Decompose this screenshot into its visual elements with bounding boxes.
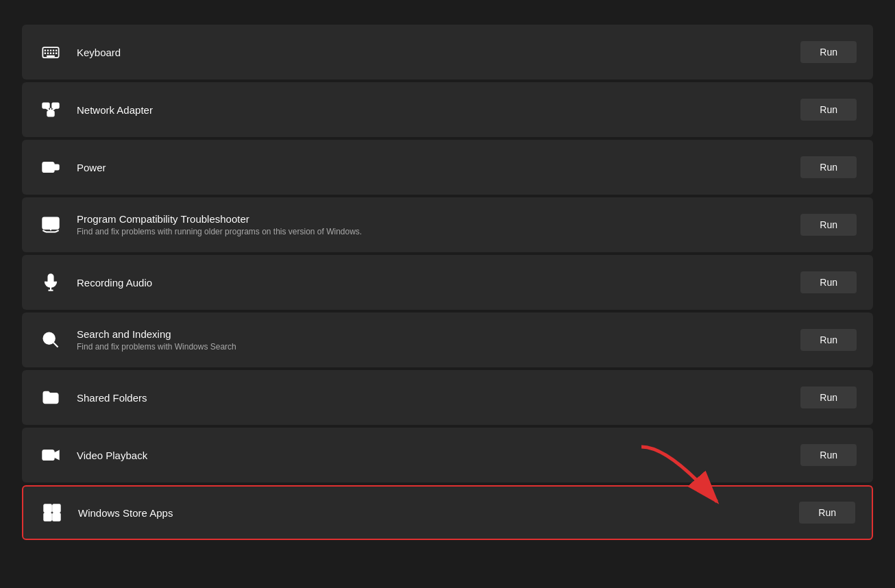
svg-rect-36 [44, 513, 51, 521]
breadcrumb [0, 0, 895, 25]
svg-rect-1 [45, 50, 46, 51]
row-text-recording-audio: Recording Audio [77, 277, 152, 289]
row-subtitle-program-compatibility: Find and fix problems with running older… [77, 227, 362, 236]
row-title-network-adapter: Network Adapter [77, 104, 153, 116]
svg-rect-13 [52, 103, 58, 108]
row-left-power: Power [38, 155, 106, 180]
troubleshooter-row-video-playback: Video PlaybackRun [22, 428, 873, 482]
run-button-windows-store-apps[interactable]: Run [799, 502, 855, 524]
row-title-program-compatibility: Program Compatibility Troubleshooter [77, 213, 362, 225]
search-icon [38, 328, 63, 352]
row-text-search-indexing: Search and IndexingFind and fix problems… [77, 328, 236, 352]
keyboard-icon [38, 40, 63, 64]
network-icon [38, 97, 63, 122]
power-icon [38, 155, 63, 180]
folder-icon [38, 385, 63, 410]
svg-rect-4 [53, 50, 54, 51]
row-title-power: Power [77, 162, 106, 173]
troubleshooter-row-network-adapter: Network AdapterRun [22, 82, 873, 137]
troubleshooter-row-keyboard: KeyboardRun [22, 25, 873, 79]
row-subtitle-search-indexing: Find and fix problems with Windows Searc… [77, 342, 236, 352]
row-text-keyboard: Keyboard [77, 47, 121, 58]
row-title-windows-store-apps: Windows Store Apps [78, 507, 173, 519]
svg-rect-34 [44, 504, 51, 512]
video-icon [38, 443, 63, 467]
row-text-video-playback: Video Playback [77, 450, 147, 461]
svg-rect-2 [47, 50, 49, 51]
row-left-keyboard: Keyboard [38, 40, 121, 64]
row-text-power: Power [77, 162, 106, 173]
run-button-video-playback[interactable]: Run [800, 444, 857, 466]
run-button-keyboard[interactable]: Run [800, 41, 857, 63]
page-wrapper: KeyboardRun Network AdapterRun PowerRun … [0, 0, 895, 543]
svg-rect-8 [50, 53, 51, 54]
svg-rect-6 [45, 53, 46, 54]
row-text-program-compatibility: Program Compatibility TroubleshooterFind… [77, 213, 362, 236]
svg-rect-12 [42, 103, 49, 108]
svg-point-30 [44, 333, 55, 344]
run-button-power[interactable]: Run [800, 156, 857, 178]
svg-rect-11 [47, 56, 55, 57]
row-left-program-compatibility: Program Compatibility TroubleshooterFind… [38, 212, 362, 237]
svg-rect-18 [42, 162, 53, 172]
store-icon [40, 500, 64, 525]
microphone-icon [38, 270, 63, 295]
row-text-windows-store-apps: Windows Store Apps [78, 507, 173, 519]
row-left-shared-folders: Shared Folders [38, 385, 147, 410]
svg-rect-20 [42, 218, 58, 229]
row-text-shared-folders: Shared Folders [77, 392, 147, 404]
run-button-shared-folders[interactable]: Run [800, 387, 857, 408]
row-left-search-indexing: Search and IndexingFind and fix problems… [38, 328, 236, 352]
svg-rect-35 [53, 504, 60, 512]
program-icon [38, 212, 63, 237]
row-title-recording-audio: Recording Audio [77, 277, 152, 289]
svg-rect-7 [47, 53, 49, 54]
troubleshooter-row-shared-folders: Shared FoldersRun [22, 370, 873, 425]
run-button-program-compatibility[interactable]: Run [800, 214, 857, 236]
troubleshooter-row-program-compatibility: Program Compatibility TroubleshooterFind… [22, 197, 873, 252]
row-left-network-adapter: Network Adapter [38, 97, 153, 122]
troubleshooter-row-search-indexing: Search and IndexingFind and fix problems… [22, 313, 873, 367]
row-text-network-adapter: Network Adapter [77, 104, 153, 116]
svg-rect-9 [53, 53, 54, 54]
svg-rect-19 [54, 165, 59, 170]
row-left-video-playback: Video Playback [38, 443, 147, 467]
troubleshooters-list: KeyboardRun Network AdapterRun PowerRun … [0, 25, 895, 543]
run-button-recording-audio[interactable]: Run [800, 271, 857, 293]
svg-rect-33 [42, 450, 53, 460]
svg-line-24 [56, 230, 59, 232]
run-button-network-adapter[interactable]: Run [800, 99, 857, 121]
run-button-search-indexing[interactable]: Run [800, 329, 857, 351]
troubleshooter-row-power: PowerRun [22, 140, 873, 195]
svg-rect-10 [56, 53, 57, 54]
svg-rect-14 [47, 111, 53, 116]
row-title-keyboard: Keyboard [77, 47, 121, 58]
svg-line-31 [53, 343, 58, 347]
svg-line-23 [42, 230, 46, 232]
svg-rect-5 [56, 50, 57, 51]
row-left-windows-store-apps: Windows Store Apps [40, 500, 173, 525]
row-left-recording-audio: Recording Audio [38, 270, 152, 295]
svg-rect-3 [50, 50, 51, 51]
row-title-search-indexing: Search and Indexing [77, 328, 236, 340]
row-title-video-playback: Video Playback [77, 450, 147, 461]
row-title-shared-folders: Shared Folders [77, 392, 147, 404]
svg-rect-37 [53, 513, 60, 521]
troubleshooter-row-recording-audio: Recording AudioRun [22, 255, 873, 310]
troubleshooter-row-windows-store-apps: Windows Store AppsRun [22, 485, 873, 540]
